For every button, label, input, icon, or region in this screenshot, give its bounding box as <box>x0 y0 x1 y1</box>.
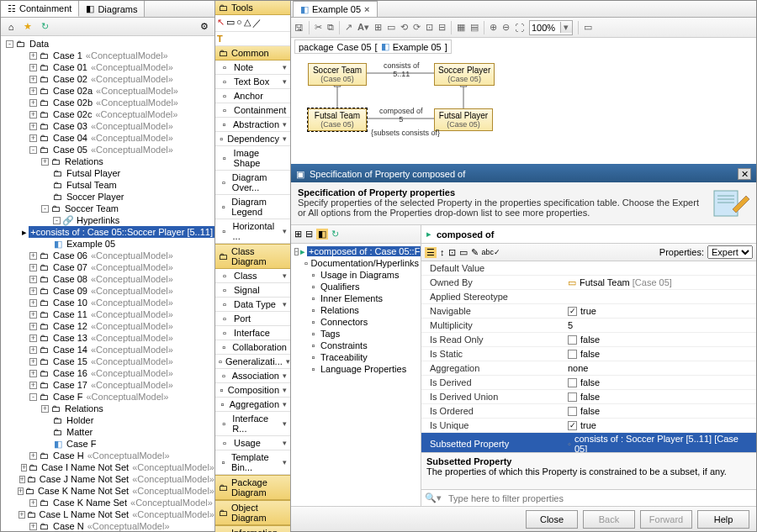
property-value[interactable]: none <box>564 362 756 374</box>
checkbox-icon[interactable]: ✓ <box>568 307 577 316</box>
chevron-down-icon[interactable]: ▾ <box>283 371 287 380</box>
spec-nav-item[interactable]: ▫Traceability <box>293 351 419 363</box>
tree-item[interactable]: -🗀Case F «ConceptualModel» <box>3 391 214 403</box>
tree-toggle[interactable]: + <box>29 111 37 119</box>
tree-toggle[interactable]: + <box>29 287 37 295</box>
tool-icon[interactable]: ⊡ <box>426 22 433 33</box>
palette-item[interactable]: ▫Data Type▾ <box>215 298 290 312</box>
tree-item[interactable]: 🗀Soccer Player <box>3 191 214 203</box>
tree-item[interactable]: ◧Example 05 <box>3 238 214 250</box>
palette-group[interactable]: 🗀Object Diagram <box>215 500 290 525</box>
property-row[interactable]: Aggregationnone <box>421 361 756 376</box>
document-tab[interactable]: ◧ Example 05 × <box>293 1 378 17</box>
tree-item[interactable]: +🗀Case 06 «ConceptualModel» <box>3 250 214 261</box>
tree-item[interactable]: +🗀Case L Name Not Set «ConceptualModel» <box>3 508 214 520</box>
chevron-down-icon[interactable]: ▾ <box>560 22 572 33</box>
tree-toggle[interactable]: + <box>29 76 37 83</box>
gear-icon[interactable]: ⚙ <box>198 20 211 34</box>
tree-toggle[interactable]: + <box>19 511 24 519</box>
tool-a-icon[interactable]: A▾ <box>357 22 369 33</box>
spec-nav-item[interactable]: ▫Documentation/Hyperlinks <box>293 257 419 269</box>
tree-item[interactable]: +🗀Case N «ConceptualModel» <box>3 520 214 531</box>
close-icon[interactable]: × <box>364 4 369 14</box>
home-icon[interactable]: ⌂ <box>4 20 18 34</box>
tool-icon[interactable]: ▭ <box>387 22 395 33</box>
tree-toggle[interactable]: + <box>29 323 37 330</box>
property-row[interactable]: Is Orderedfalse <box>421 404 756 419</box>
palette-item[interactable]: ▫Abstraction▾ <box>215 118 290 132</box>
chevron-down-icon[interactable]: ▾ <box>283 400 287 408</box>
save-icon[interactable]: 🖫 <box>294 23 304 33</box>
tree-item[interactable]: 🗀Holder <box>3 414 214 426</box>
text-tool-icon[interactable]: T <box>215 32 290 46</box>
palette-item[interactable]: ▫Association▾ <box>215 369 290 383</box>
spec-nav-item[interactable]: ▫Tags <box>293 328 419 340</box>
property-row[interactable]: Is Unique✓true <box>421 419 756 433</box>
palette-item[interactable]: ▫Composition▾ <box>215 383 290 398</box>
palette-item[interactable]: ▫Template Bin...▾ <box>215 450 290 475</box>
tree-item[interactable]: +🗀Case 15 «ConceptualModel» <box>3 356 214 367</box>
palette-item[interactable]: ▫Image Shape <box>215 146 290 171</box>
chevron-down-icon[interactable]: ▾ <box>283 439 287 447</box>
tree-item[interactable]: +🗀Relations <box>3 403 214 414</box>
dialog-titlebar[interactable]: ▣ Specification of Property composed of … <box>291 166 756 182</box>
tree-toggle[interactable]: + <box>29 523 37 530</box>
property-row[interactable]: Default Value <box>421 261 756 276</box>
tree-item[interactable]: +🗀Case 11 «ConceptualModel» <box>3 308 214 320</box>
chevron-down-icon[interactable]: ▾ <box>283 120 287 129</box>
tree-toggle[interactable]: + <box>21 464 27 471</box>
tree-item[interactable]: -🔗Hyperlinks <box>3 214 214 226</box>
close-icon[interactable]: ✕ <box>738 168 751 180</box>
tree-item[interactable]: +🗀Case 04 «ConceptualModel» <box>3 132 214 144</box>
tree-toggle[interactable]: - <box>29 393 37 401</box>
rect-icon[interactable]: ▭ <box>226 17 235 29</box>
property-value[interactable]: false <box>564 348 756 360</box>
tool-icon[interactable]: ⟳ <box>413 22 421 33</box>
tree-item[interactable]: +🗀Case K Name Not Set «ConceptualModel» <box>3 485 214 497</box>
tree-toggle[interactable]: - <box>294 248 299 255</box>
uml-class-soccer-team[interactable]: Soccer Team(Case 05) <box>308 63 367 86</box>
refresh-icon[interactable]: ↻ <box>331 229 339 240</box>
checkbox-icon[interactable] <box>568 350 577 359</box>
arrow-icon[interactable]: ↗ <box>345 22 352 33</box>
palette-item[interactable]: ▫Containment <box>215 103 290 118</box>
tree-toggle[interactable]: + <box>29 123 37 130</box>
palette-item[interactable]: ▫Usage▾ <box>215 436 290 450</box>
properties-mode-select[interactable]: Expert <box>707 245 753 259</box>
tool-icon[interactable]: ✎ <box>471 247 479 258</box>
tool-icon[interactable]: ▭ <box>584 22 592 33</box>
chevron-down-icon[interactable]: ▾ <box>283 271 287 280</box>
triangle-icon[interactable]: △ <box>244 17 251 29</box>
palette-group-common[interactable]: 🗀 Common <box>215 46 290 61</box>
tree-item[interactable]: +🗀Case 10 «ConceptualModel» <box>3 297 214 308</box>
cut-icon[interactable]: ✂ <box>315 22 322 33</box>
palette-group[interactable]: 🗀Information Flo... <box>215 525 290 532</box>
chevron-down-icon[interactable]: ▾ <box>283 63 287 71</box>
tree-toggle[interactable]: + <box>29 370 37 377</box>
zoom-combo[interactable]: ▾ <box>529 20 573 35</box>
tree-toggle[interactable]: + <box>29 52 37 60</box>
tree-item[interactable]: +🗀Case 17 «ConceptualModel» <box>3 379 214 391</box>
tree-item[interactable]: +🗀Case 02 «ConceptualModel» <box>3 73 214 85</box>
property-value[interactable]: ✓true <box>564 305 756 317</box>
palette-item[interactable]: ▫Text Box▾ <box>215 75 290 89</box>
tree-item[interactable]: 🗀Futsal Team <box>3 179 214 191</box>
zoom-in-icon[interactable]: ⊕ <box>490 22 497 33</box>
tree-toggle[interactable]: + <box>41 405 49 413</box>
tree-toggle[interactable]: + <box>18 487 24 495</box>
spec-nav-tree[interactable]: -▸+composed of : Case 05::Futsal Player▫… <box>291 244 421 506</box>
expand-icon[interactable]: ⊞ <box>294 229 302 240</box>
tree-item[interactable]: +🗀Case 12 «ConceptualModel» <box>3 320 214 332</box>
palette-item[interactable]: ▫Port <box>215 312 290 326</box>
tree-item[interactable]: -🗀Case 05 «ConceptualModel» <box>3 144 214 155</box>
palette-item[interactable]: ▫Note▾ <box>215 61 290 75</box>
sort-icon[interactable]: ↕ <box>440 247 445 257</box>
close-button[interactable]: Close <box>526 510 578 529</box>
tree-item[interactable]: 🗀Futsal Player <box>3 167 214 179</box>
tree-item[interactable]: 🗀Matter <box>3 426 214 438</box>
tree-item[interactable]: +🗀Case 02c «ConceptualModel» <box>3 108 214 120</box>
spec-nav-item[interactable]: ▫Inner Elements <box>293 292 419 304</box>
collapse-icon[interactable]: ⊟ <box>305 229 313 240</box>
tree-toggle[interactable]: + <box>29 299 37 307</box>
palette-item[interactable]: ▫Diagram Over... <box>215 171 290 195</box>
